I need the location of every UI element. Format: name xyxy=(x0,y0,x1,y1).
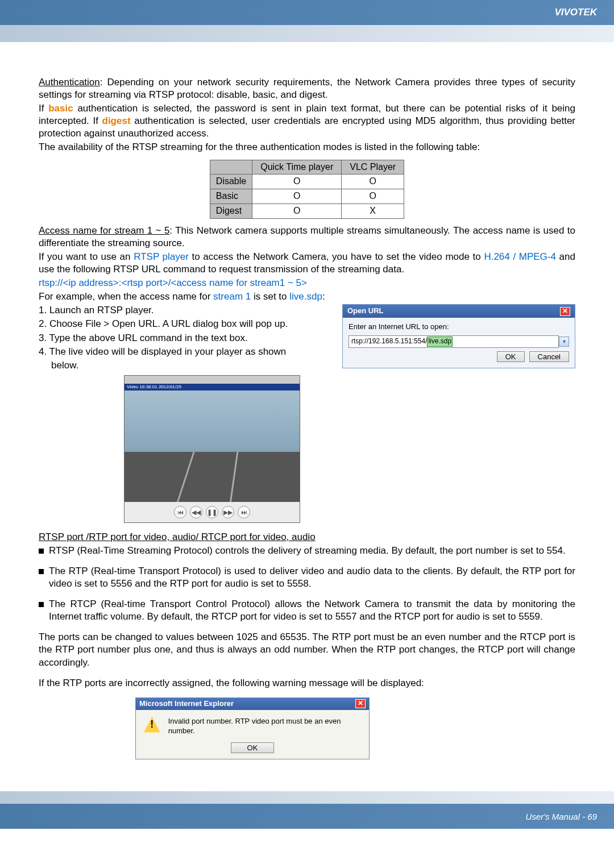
row-qt: O xyxy=(252,203,342,218)
url-highlight: live.sdp xyxy=(427,337,453,347)
rtsp-p4: The ports can be changed to values betwe… xyxy=(39,631,575,668)
rtsp-p5: If the RTP ports are incorrectly assigne… xyxy=(39,677,575,690)
row-vlc: X xyxy=(342,203,404,218)
table-row: Digest O X xyxy=(210,203,404,218)
bullet-icon xyxy=(39,602,44,607)
access-codec: H.264 / MPEG-4 xyxy=(484,251,556,262)
player-controls: ⏮ ◀◀ ❚❚ ▶▶ ⏭ xyxy=(125,502,300,522)
rtsp-bullets: RTSP (Real-Time Streaming Protocol) cont… xyxy=(39,545,575,623)
dropdown-icon[interactable]: ▾ xyxy=(559,337,569,347)
ex-sdp: live.sdp xyxy=(289,291,322,302)
ok-button[interactable]: OK xyxy=(497,351,525,362)
instructions-row: 1. Launch an RTSP player. 2. Choose File… xyxy=(39,304,575,372)
access-text-2b: to access the Network Camera, you have t… xyxy=(189,251,484,262)
dialog-label: Enter an Internet URL to open: xyxy=(349,322,569,332)
table-header-qt: Quick Time player xyxy=(252,160,342,175)
rtsp-ports-heading: RTSP port /RTP port for video, audio/ RT… xyxy=(39,531,575,543)
error-message: Invalid port number. RTP video port must… xyxy=(168,717,361,736)
access-rtsp-player: RTSP player xyxy=(134,251,189,262)
footer-text: User's Manual - 69 xyxy=(526,812,597,821)
access-url: rtsp://<ip address>:<rtsp port>/<access … xyxy=(39,277,575,289)
auth-para-3: The availability of the RTSP streaming f… xyxy=(39,141,575,153)
auth-table: Quick Time player VLC Player Disable O O… xyxy=(210,160,404,219)
row-vlc: O xyxy=(342,189,404,204)
row-vlc: O xyxy=(342,175,404,189)
row-label: Basic xyxy=(210,189,252,204)
dialog-buttons: OK Cancel xyxy=(349,351,569,362)
dialog-input-row: rtsp://192.168.5.151:554/live.sdp ▾ xyxy=(349,335,569,348)
step-3: 3. Type the above URL command in the tex… xyxy=(39,332,335,344)
table-header-row: Quick Time player VLC Player xyxy=(210,160,404,175)
row-qt: O xyxy=(252,189,342,204)
next-icon[interactable]: ⏭ xyxy=(238,506,250,518)
step-1: 1. Launch an RTSP player. xyxy=(39,304,335,317)
ok-button[interactable]: OK xyxy=(231,742,275,753)
list-item: RTSP (Real-Time Streaming Protocol) cont… xyxy=(39,545,575,557)
auth-table-wrap: Quick Time player VLC Player Disable O O… xyxy=(39,160,575,219)
video-road-graphic xyxy=(125,452,300,502)
bullet-icon xyxy=(39,549,44,554)
row-label: Disable xyxy=(210,175,252,189)
dialog-titlebar: Open URL ✕ xyxy=(343,305,575,318)
pause-icon[interactable]: ❚❚ xyxy=(206,506,218,518)
row-label: Digest xyxy=(210,203,252,218)
error-title-text: Microsoft Internet Explorer xyxy=(139,699,234,709)
auth-intro-1: : Depending on your network security req… xyxy=(39,77,575,100)
warning-icon: ! xyxy=(144,717,160,733)
dialog-title-text: Open URL xyxy=(347,306,384,316)
sub-header-stripe xyxy=(0,25,614,42)
table-row: Disable O O xyxy=(210,175,404,189)
step-4b: below. xyxy=(39,359,335,372)
error-button-row: OK xyxy=(136,742,369,759)
access-heading: Access name for stream 1 ~ 5 xyxy=(39,225,169,236)
url-pre: rtsp://192.168.5.151:554/ xyxy=(351,337,427,345)
auth-digest: digest xyxy=(102,115,131,126)
auth-heading: Authentication xyxy=(39,77,100,88)
url-input[interactable]: rtsp://192.168.5.151:554/live.sdp xyxy=(349,335,559,348)
auth-para-1: Authentication: Depending on your networ… xyxy=(39,76,575,101)
bullet-icon xyxy=(39,569,44,574)
rewind-icon[interactable]: ◀◀ xyxy=(190,506,202,518)
error-dialog: Microsoft Internet Explorer ✕ ! Invalid … xyxy=(135,697,370,760)
access-para-2: If you want to use an RTSP player to acc… xyxy=(39,251,575,276)
access-para-1: Access name for stream 1 ~ 5: This Netwo… xyxy=(39,225,575,250)
ex-c: : xyxy=(322,291,325,302)
close-icon[interactable]: ✕ xyxy=(355,699,366,708)
table-header-empty xyxy=(210,160,252,175)
page-footer: User's Manual - 69 xyxy=(0,804,614,829)
previous-icon[interactable]: ⏮ xyxy=(174,506,186,518)
list-item: The RTCP (Real-time Transport Control Pr… xyxy=(39,598,575,623)
access-example: For example, when the access name for st… xyxy=(39,290,575,303)
cancel-button[interactable]: Cancel xyxy=(529,351,569,362)
access-text-2a: If you want to use an xyxy=(39,251,134,262)
auth-basic: basic xyxy=(48,103,73,114)
auth-intro-2a: If xyxy=(39,103,48,114)
table-header-vlc: VLC Player xyxy=(342,160,404,175)
brand-text: VIVOTEK xyxy=(554,7,597,18)
close-icon[interactable]: ✕ xyxy=(560,307,570,316)
player-top-bar xyxy=(125,376,300,384)
bullet-3: The RTCP (Real-time Transport Control Pr… xyxy=(49,598,575,623)
error-body: ! Invalid port number. RTP video port mu… xyxy=(136,710,369,743)
step-4: 4. The live video will be displayed in y… xyxy=(39,346,335,358)
ex-a: For example, when the access name for xyxy=(39,291,213,302)
row-qt: O xyxy=(252,175,342,189)
video-player-screenshot: Video 16:38:01 2012/01/25 ⏮ ◀◀ ❚❚ ▶▶ ⏭ xyxy=(124,375,300,523)
open-url-dialog: Open URL ✕ Enter an Internet URL to open… xyxy=(342,304,575,368)
auth-para-2: If basic authentication is selected, the… xyxy=(39,102,575,140)
forward-icon[interactable]: ▶▶ xyxy=(222,506,234,518)
ex-stream: stream 1 xyxy=(213,291,251,302)
error-titlebar: Microsoft Internet Explorer ✕ xyxy=(136,698,369,710)
step-2: 2. Choose File > Open URL. A URL dialog … xyxy=(39,318,335,330)
ex-b: is set to xyxy=(251,291,289,302)
sub-footer-stripe xyxy=(0,791,614,804)
player-video-view xyxy=(125,391,300,502)
bullet-2: The RTP (Real-time Transport Protocol) i… xyxy=(49,565,575,590)
page-header: VIVOTEK xyxy=(0,0,614,25)
instructions-list: 1. Launch an RTSP player. 2. Choose File… xyxy=(39,304,335,372)
page-content: Authentication: Depending on your networ… xyxy=(0,42,614,791)
player-timestamp-bar: Video 16:38:01 2012/01/25 xyxy=(125,384,300,391)
table-row: Basic O O xyxy=(210,189,404,204)
dialog-body: Enter an Internet URL to open: rtsp://19… xyxy=(343,318,575,367)
list-item: The RTP (Real-time Transport Protocol) i… xyxy=(39,565,575,590)
